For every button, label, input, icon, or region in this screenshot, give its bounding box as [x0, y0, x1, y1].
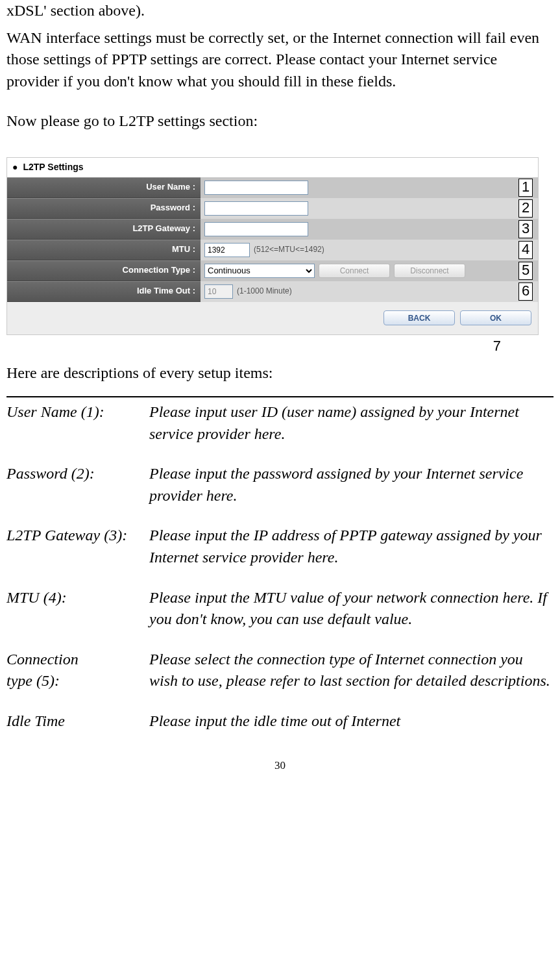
callout-1: 1 — [518, 179, 533, 197]
def-desc-idle: Please input the idle time out of Intern… — [149, 710, 554, 733]
definitions-list: User Name (1): Please input user ID (use… — [6, 401, 554, 733]
callout-2: 2 — [518, 199, 533, 218]
label-connection-type: Connection Type : — [7, 260, 201, 281]
idle-time-hint: (1-1000 Minute) — [237, 286, 292, 297]
row-l2tp-gateway: L2TP Gateway : 3 — [7, 219, 538, 240]
row-connection-type: Connection Type : Continuous Connect Dis… — [7, 260, 538, 281]
mtu-input[interactable] — [204, 243, 250, 257]
l2tp-settings-panel: ● L2TP Settings User Name : 1 Password :… — [6, 157, 539, 335]
def-user-name: User Name (1): Please input user ID (use… — [6, 401, 554, 445]
def-term-connection: Connection type (5): — [6, 649, 149, 692]
def-password: Password (2): Please input the password … — [6, 463, 554, 507]
row-idle-time-out: Idle Time Out : (1-1000 Minute) 6 — [7, 281, 538, 302]
connect-button[interactable]: Connect — [319, 264, 390, 278]
def-desc-user-name: Please input user ID (user name) assigne… — [149, 401, 554, 445]
wan-warning-paragraph: WAN interface settings must be correctly… — [6, 27, 554, 93]
def-l2tp-gateway: L2TP Gateway (3): Please input the IP ad… — [6, 525, 554, 568]
callout-6: 6 — [518, 282, 533, 301]
row-password: Password : 2 — [7, 198, 538, 219]
prev-section-fragment: xDSL' section above). — [6, 0, 554, 22]
row-mtu: MTU : (512<=MTU<=1492) 4 — [7, 240, 538, 260]
l2tp-instruction: Now please go to L2TP settings section: — [6, 110, 554, 132]
callout-4: 4 — [518, 241, 533, 259]
label-user-name: User Name : — [7, 177, 201, 198]
def-term-mtu: MTU (4): — [6, 587, 149, 631]
def-connection-type: Connection type (5): Please select the c… — [6, 649, 554, 692]
page-number: 30 — [6, 758, 554, 773]
def-term-idle: Idle Time — [6, 710, 149, 733]
label-l2tp-gateway: L2TP Gateway : — [7, 219, 201, 240]
descriptions-heading: Here are descriptions of every setup ite… — [6, 362, 554, 384]
connection-type-select[interactable]: Continuous — [204, 264, 315, 278]
ok-button[interactable]: OK — [460, 310, 531, 325]
def-mtu: MTU (4): Please input the MTU value of y… — [6, 587, 554, 631]
user-name-input[interactable] — [204, 181, 308, 195]
label-password: Password : — [7, 198, 201, 219]
label-mtu: MTU : — [7, 240, 201, 260]
callout-7: 7 — [6, 336, 539, 357]
disconnect-button[interactable]: Disconnect — [394, 264, 465, 278]
label-idle-time-out: Idle Time Out : — [7, 281, 201, 302]
bullet-icon: ● — [12, 161, 18, 174]
password-input[interactable] — [204, 201, 308, 216]
idle-time-input — [204, 284, 233, 299]
def-term-gateway: L2TP Gateway (3): — [6, 525, 149, 568]
l2tp-gateway-input[interactable] — [204, 222, 308, 236]
panel-header: ● L2TP Settings — [7, 158, 538, 177]
def-desc-gateway: Please input the IP address of PPTP gate… — [149, 525, 554, 568]
panel-title: L2TP Settings — [23, 161, 83, 174]
def-desc-mtu: Please input the MTU value of your netwo… — [149, 587, 554, 631]
back-button[interactable]: BACK — [383, 310, 455, 325]
horizontal-rule — [6, 396, 554, 397]
def-desc-password: Please input the password assigned by yo… — [149, 463, 554, 507]
def-term-password: Password (2): — [6, 463, 149, 507]
callout-5: 5 — [518, 262, 533, 280]
callout-3: 3 — [518, 220, 533, 238]
def-idle-time: Idle Time Please input the idle time out… — [6, 710, 554, 733]
def-desc-connection: Please select the connection type of Int… — [149, 649, 554, 692]
row-user-name: User Name : 1 — [7, 177, 538, 198]
mtu-hint: (512<=MTU<=1492) — [254, 244, 324, 255]
def-term-user-name: User Name (1): — [6, 401, 149, 445]
panel-footer: BACK OK — [7, 302, 538, 334]
